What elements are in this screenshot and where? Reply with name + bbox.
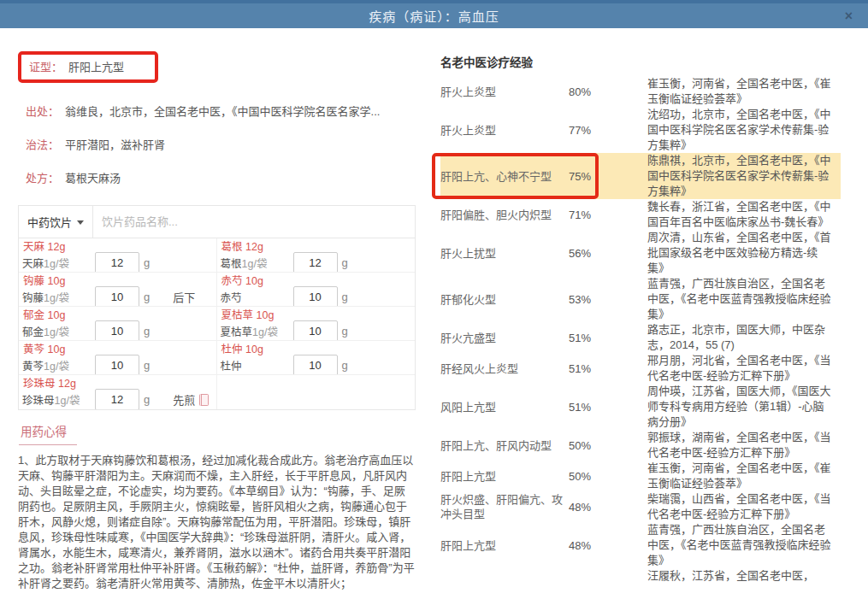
match-percent: 71% xyxy=(569,209,647,221)
field-treatment: 治法：平肝潜阳，滋补肝肾 xyxy=(18,138,416,151)
medicine-cell: 黄芩 10g黄芩1g/袋g xyxy=(19,341,217,375)
match-percent: 50% xyxy=(569,439,647,452)
experience-row[interactable]: 肝郁化火型53%蓝青强，广西壮族自治区，全国名老中医，《名老中医蓝青强教授临床经… xyxy=(440,276,841,322)
experience-row[interactable]: 风阳上亢型51%周仲瑛，江苏省，国医大师，《国医大师专科专病用方经验（第1辑）-… xyxy=(440,384,841,430)
medicine-name: 赤芍 10g xyxy=(221,275,412,287)
unit-label: g xyxy=(144,291,150,303)
medicine-spec: 郁金1g/袋 xyxy=(22,323,95,339)
field-value: 肝阳上亢型 xyxy=(68,61,124,73)
match-percent: 53% xyxy=(569,293,647,306)
experience-source: 路志正，北京市，国医大师，中医杂志，2014，55 (7) xyxy=(647,322,834,353)
quantity-input[interactable] xyxy=(95,355,139,375)
syndrome-type: 肝阳偏胜、胆火内炽型 xyxy=(440,208,569,222)
unit-label: g xyxy=(144,325,150,338)
quantity-input[interactable] xyxy=(293,320,338,341)
medicine-cell: 钩藤 10g钩藤1g/袋g后下 xyxy=(19,273,217,307)
unit-label: g xyxy=(342,256,348,269)
dialog-title: 疾病（病证）：高血压 xyxy=(369,7,499,25)
experience-source: 柴瑞霭，山西省，全国名老中医，《当代名老中医-经验方汇粹下册》 xyxy=(647,491,834,522)
medicine-cell: 郁金 10g郁金1g/袋g xyxy=(19,307,217,341)
syndrome-type: 肝火亢盛型 xyxy=(440,331,569,345)
quantity-input[interactable] xyxy=(293,252,338,273)
experience-source: 魏长春，浙江省，全国名老中医，《中国百年百名中医临床家丛书-魏长春》 xyxy=(647,199,834,230)
medicine-spec: 赤芍 xyxy=(221,289,293,305)
quantity-input[interactable] xyxy=(293,355,338,375)
match-percent: 51% xyxy=(569,332,647,344)
unit-label: g xyxy=(342,359,348,372)
quantity-input[interactable] xyxy=(95,252,139,273)
experience-title: 名老中医诊疗经验 xyxy=(440,55,841,71)
medicine-cell: 夏枯草 10g夏枯草1g/袋g xyxy=(217,307,416,341)
medicine-name: 葛根 12g xyxy=(221,241,412,253)
experience-row[interactable]: 肝火上炎型80%崔玉衡，河南省，全国名老中医，《崔玉衡临证经验荟萃》 xyxy=(440,76,841,107)
experience-row[interactable]: 肝火上炎型77%沈绍功，北京市，全国名老中医，《中国中医科学院名医名家学术传薪集… xyxy=(440,107,841,153)
quantity-input[interactable] xyxy=(95,320,139,341)
syndrome-type: 肝郁化火型 xyxy=(440,292,569,307)
medicine-spec: 夏枯草1g/袋 xyxy=(221,323,293,339)
medicine-name: 郁金 10g xyxy=(22,309,213,321)
medicine-search-input[interactable] xyxy=(93,206,415,238)
dialog-header: 疾病（病证）：高血压 × xyxy=(0,0,868,28)
match-percent: 48% xyxy=(569,539,647,552)
match-percent: 80% xyxy=(569,85,647,98)
field-label: 处方： xyxy=(26,172,59,185)
syndrome-type: 风阳上亢型 xyxy=(440,400,569,414)
field-value: 平肝潜阳，滋补肝肾 xyxy=(65,138,165,151)
match-percent: 51% xyxy=(569,362,647,375)
syndrome-type: 肝阳上亢型 xyxy=(440,469,569,484)
experience-row[interactable]: 肝阳偏胜、胆火内炽型71%魏长春，浙江省，全国名老中医，《中国百年百名中医临床家… xyxy=(440,199,841,230)
quantity-input[interactable] xyxy=(95,286,139,307)
usage-notes-title: 用药心得 xyxy=(19,422,77,445)
experience-row[interactable]: 肝经风火上炎型51%邢月朋，河北省，全国名老中医，《当代名老中医-经验方汇粹下册… xyxy=(440,353,841,384)
experience-row[interactable]: 肝阳上亢、肝风内动型50%郭振球，湖南省，全国名老中医，《当代名老中医-经验方汇… xyxy=(440,430,841,461)
syndrome-type: 肝火上扰型 xyxy=(440,246,569,261)
match-percent: 56% xyxy=(569,247,647,260)
medicine-name: 夏枯草 10g xyxy=(221,309,412,321)
experience-row[interactable]: 汪履秋，江苏省，全国名老中医， xyxy=(440,568,841,584)
experience-row[interactable]: 肝阳上亢、心神不宁型75%陈鼎祺，北京市，全国名老中医，《中国中医科学院名医名家… xyxy=(440,153,841,199)
category-dropdown-label: 中药饮片 xyxy=(27,214,72,230)
medicine-name: 杜仲 10g xyxy=(221,344,412,355)
match-percent: 51% xyxy=(569,401,647,414)
close-icon[interactable]: × xyxy=(845,8,853,25)
experience-list: 肝火上炎型80%崔玉衡，河南省，全国名老中医，《崔玉衡临证经验荟萃》肝火上炎型7… xyxy=(440,76,841,584)
experience-source: 陈鼎祺，北京市，全国名老中医，《中国中医科学院名医名家学术传薪集-验方集粹》 xyxy=(647,153,834,199)
unit-label: g xyxy=(144,256,150,269)
medicine-spec: 葛根1g/袋 xyxy=(221,255,293,271)
info-fields: 证型：肝阳上亢型出处：翁维良，北京市，全国名老中医，《中国中医科学院名医名家学.… xyxy=(18,51,416,185)
medicine-cell xyxy=(217,375,416,409)
chevron-down-icon xyxy=(77,220,84,225)
field-label: 治法： xyxy=(26,138,59,151)
medicine-table: 中药饮片 天麻 12g天麻1g/袋g葛根 12g葛根1g/袋g钩藤 10g钩藤1… xyxy=(18,205,416,410)
medicine-spec: 天麻1g/袋 xyxy=(22,255,95,271)
medicine-spec: 钩藤1g/袋 xyxy=(22,289,95,305)
field-label: 出处： xyxy=(26,105,59,118)
unit-label: g xyxy=(144,359,150,372)
medicine-table-header: 中药饮片 xyxy=(19,206,415,238)
experience-source: 崔玉衡，河南省，全国名老中医，《崔玉衡临证经验荟萃》 xyxy=(647,461,834,491)
usage-notes-text: 1、此方取材于天麻钩藤饮和葛根汤，经过加减化裁合成此方。翁老治疗高血压以天麻、钩… xyxy=(18,453,416,591)
quantity-input[interactable] xyxy=(293,286,338,307)
experience-row[interactable]: 肝火上扰型56%周次清，山东省，全国名老中医，《首批国家级名老中医效验秘方精选-… xyxy=(440,230,841,276)
category-dropdown[interactable]: 中药饮片 xyxy=(19,206,93,238)
experience-source: 邢月朋，河北省，全国名老中医，《当代名老中医-经验方汇粹下册》 xyxy=(647,353,834,384)
experience-row[interactable]: 肝阳上亢型50%崔玉衡，河南省，全国名老中医，《崔玉衡临证经验荟萃》 xyxy=(440,461,841,491)
syndrome-type: 肝阳上亢型 xyxy=(440,538,569,553)
experience-row[interactable]: 肝火亢盛型51%路志正，北京市，国医大师，中医杂志，2014，55 (7) xyxy=(440,322,841,353)
medicine-name: 珍珠母 12g xyxy=(22,378,213,390)
experience-source: 周仲瑛，江苏省，国医大师，《国医大师专科专病用方经验（第1辑）-心脑病分册》 xyxy=(647,384,834,430)
experience-source: 蓝青强，广西壮族自治区，全国名老中医，《名老中医蓝青强教授临床经验集》 xyxy=(647,276,834,322)
usage-notes: 用药心得 1、此方取材于天麻钩藤饮和葛根汤，经过加减化裁合成此方。翁老治疗高血压… xyxy=(18,422,416,591)
experience-row[interactable]: 肝阳上亢型48%蓝青强，广西壮族自治区，全国名老中医，《名老中医蓝青强教授临床经… xyxy=(440,522,841,568)
book-icon[interactable] xyxy=(199,394,209,406)
quantity-input[interactable] xyxy=(95,389,139,409)
experience-source: 蓝青强，广西壮族自治区，全国名老中医，《名老中医蓝青强教授临床经验集》 xyxy=(647,522,834,568)
medicine-name: 黄芩 10g xyxy=(22,344,213,355)
decoction-note: 后下 xyxy=(173,289,195,305)
field-value: 葛根天麻汤 xyxy=(65,172,121,185)
medicine-spec: 杜仲 xyxy=(221,357,293,373)
unit-label: g xyxy=(144,393,150,406)
medicine-cell: 杜仲 10g杜仲g xyxy=(217,341,416,375)
experience-row[interactable]: 肝火炽盛、肝阳偏亢、攻冲头目型48%柴瑞霭，山西省，全国名老中医，《当代名老中医… xyxy=(440,491,841,522)
syndrome-type: 肝阳上亢、心神不宁型 xyxy=(440,169,569,184)
